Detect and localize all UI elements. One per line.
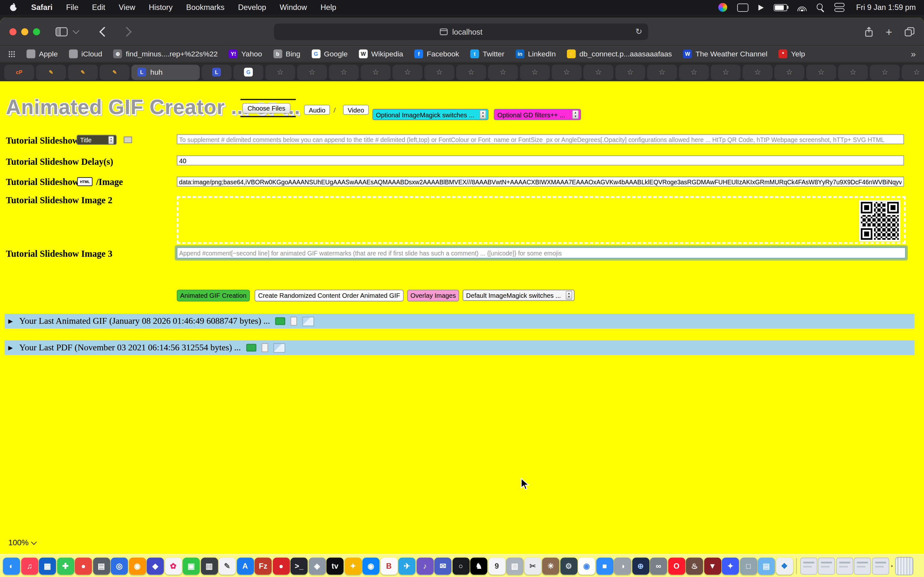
dock-app-icon[interactable]: ◉ xyxy=(129,557,145,574)
image2-dropzone[interactable] xyxy=(177,196,906,244)
forward-button[interactable] xyxy=(121,27,132,37)
browser-tab[interactable]: ✎ xyxy=(68,64,98,80)
html-badge[interactable]: HTML xyxy=(78,177,93,186)
dock-app-icon[interactable]: ▤ xyxy=(758,557,775,574)
menu-help[interactable]: Help xyxy=(320,3,336,12)
bookmark-item[interactable]: * Yelp xyxy=(779,49,805,58)
menu-develop[interactable]: Develop xyxy=(238,3,266,12)
disclosure-triangle-icon[interactable]: ▶ xyxy=(8,318,13,324)
dock-app-icon[interactable]: ✿ xyxy=(165,557,182,574)
dock-app-icon[interactable]: ⚙ xyxy=(560,557,577,574)
trash-icon[interactable] xyxy=(895,557,913,575)
screen-mirroring-icon[interactable] xyxy=(758,5,764,10)
minimize-window-button[interactable] xyxy=(21,28,28,35)
sidebar-chevron-icon[interactable] xyxy=(73,27,79,34)
dock-app-icon[interactable]: ◐ xyxy=(3,557,20,574)
menu-file[interactable]: File xyxy=(66,3,78,12)
browser-tab[interactable]: ☆ xyxy=(551,64,582,80)
battery-icon[interactable] xyxy=(774,4,787,11)
bookmarks-overflow-chevron[interactable]: » xyxy=(911,49,916,59)
title-option-swatch[interactable] xyxy=(124,137,132,143)
browser-tab[interactable]: ☆ xyxy=(456,64,486,80)
dock-app-icon[interactable]: □ xyxy=(740,557,757,574)
apple-menu-icon[interactable] xyxy=(9,3,18,12)
browser-tab[interactable]: ☆ xyxy=(297,64,327,80)
bookmark-item[interactable]: ⊕ find_minus....rep+%22s%22 xyxy=(113,49,218,58)
dock-app-icon[interactable]: ▦ xyxy=(39,557,56,574)
audio-button[interactable]: Audio xyxy=(304,105,330,115)
menu-history[interactable]: History xyxy=(149,3,173,12)
dock-app-icon[interactable]: ✚ xyxy=(57,557,74,574)
dock-app-icon[interactable]: ◉ xyxy=(363,557,380,574)
dock-app-icon[interactable]: B xyxy=(381,557,397,574)
browser-tab[interactable]: ☆ xyxy=(774,64,804,80)
page-zoom-indicator[interactable]: 100% xyxy=(8,538,36,547)
dock-minimized-window[interactable] xyxy=(854,557,871,574)
dock-app-icon[interactable]: ◆ xyxy=(147,557,164,574)
dock-app-icon[interactable]: ▥ xyxy=(200,557,218,574)
image-data-input[interactable] xyxy=(177,177,904,187)
zoom-window-button[interactable] xyxy=(33,28,40,35)
dock-app-icon[interactable]: ◑ xyxy=(614,557,631,574)
delay-input[interactable] xyxy=(177,155,904,165)
title-config-input[interactable] xyxy=(177,134,904,144)
dock-app-icon[interactable]: ❖ xyxy=(776,557,793,574)
share-icon[interactable] xyxy=(864,27,873,37)
dock-app-icon[interactable]: ♞ xyxy=(470,557,487,574)
bookmark-item[interactable]: t Twitter xyxy=(470,49,504,58)
browser-tab[interactable]: G xyxy=(233,64,263,80)
randomized-gif-button[interactable]: Create Randomized Content Order Animated… xyxy=(254,290,404,301)
bookmark-item[interactable]: W The Weather Channel xyxy=(683,49,767,58)
dock-app-icon[interactable]: ⊕ xyxy=(632,557,649,574)
bookmarks-grid-icon[interactable] xyxy=(8,50,15,57)
doc-chip-icon[interactable] xyxy=(291,317,297,326)
bookmark-item[interactable]: in LinkedIn xyxy=(515,49,556,58)
control-center-icon[interactable] xyxy=(835,3,845,12)
address-bar[interactable]: localhost ↻ xyxy=(274,23,648,40)
dock-app-icon[interactable]: ● xyxy=(75,557,92,574)
menu-bookmarks[interactable]: Bookmarks xyxy=(186,3,224,12)
dock-app-icon[interactable]: A xyxy=(236,557,254,574)
last-pdf-details[interactable]: ▶ Your Last PDF (November 03 2021 06:14:… xyxy=(5,340,915,355)
last-gif-details[interactable]: ▶ Your Last Animated GIF (January 08 202… xyxy=(5,314,915,329)
dock-app-icon[interactable]: O xyxy=(668,557,685,574)
dock-app-icon[interactable]: ● xyxy=(272,557,289,574)
bookmark-item[interactable]: Apple xyxy=(27,49,58,58)
dock-app-icon[interactable]: ◎ xyxy=(111,557,128,574)
dock-app-icon[interactable]: ▤ xyxy=(93,557,110,574)
gif-chip-icon[interactable] xyxy=(275,318,285,325)
page-settings-icon[interactable] xyxy=(440,28,448,35)
gd-filters-select[interactable]: Optional GD filters++ ... ▲▼ xyxy=(494,109,581,120)
dock-app-icon[interactable]: ♨ xyxy=(686,557,703,574)
dock-app-icon[interactable]: ♫ xyxy=(21,557,38,574)
keyboard-status-icon[interactable] xyxy=(737,3,748,11)
dock-app-icon[interactable]: ✦ xyxy=(344,557,362,574)
new-tab-button[interactable]: + xyxy=(885,26,892,37)
tab-overview-icon[interactable] xyxy=(905,27,914,36)
browser-tab[interactable]: ✎ xyxy=(36,64,66,80)
browser-tab[interactable]: ☆ xyxy=(488,64,518,80)
video-button[interactable]: Video xyxy=(343,105,369,115)
browser-tab[interactable]: ☆ xyxy=(393,64,423,80)
browser-tab[interactable]: ☆ xyxy=(711,64,741,80)
dock-minimized-window[interactable] xyxy=(818,557,835,574)
close-window-button[interactable] xyxy=(9,28,16,35)
browser-tab[interactable]: ☆ xyxy=(520,64,550,80)
dock-app-icon[interactable]: ○ xyxy=(452,557,469,574)
browser-tab[interactable]: ☆ xyxy=(806,64,837,80)
title-select[interactable]: Title ▲▼ xyxy=(77,135,117,145)
bookmark-item[interactable]: b Bing xyxy=(273,49,300,58)
dock-minimized-window[interactable] xyxy=(872,557,889,574)
dock-minimized-window[interactable] xyxy=(836,557,853,574)
menu-window[interactable]: Window xyxy=(280,3,307,12)
imagemagick-switches-select[interactable]: Optional ImageMagick switches ... ▲▼ xyxy=(373,109,489,120)
browser-tab[interactable]: ☆ xyxy=(647,64,677,80)
browser-tab[interactable]: ☆ xyxy=(901,64,924,80)
image-chip-icon[interactable] xyxy=(273,343,285,352)
browser-tab[interactable]: ✎ xyxy=(99,64,129,80)
wifi-icon[interactable] xyxy=(797,4,806,11)
dock-app-icon[interactable]: ◈ xyxy=(309,557,326,574)
dock-app-icon[interactable]: ✦ xyxy=(722,557,739,574)
browser-tab[interactable]: ☆ xyxy=(265,64,296,80)
browser-tab[interactable]: ☆ xyxy=(870,64,900,80)
